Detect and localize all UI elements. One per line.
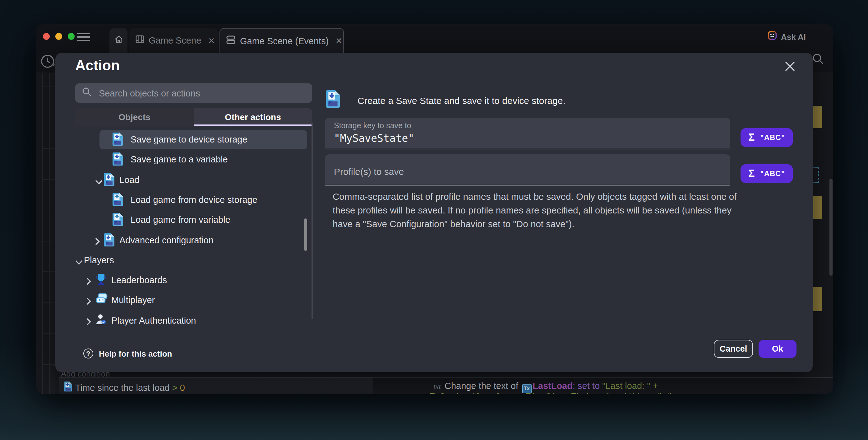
events-scrollbar-thumb[interactable] (830, 179, 833, 276)
action-dialog: Action Objects Other actions Save game t… (55, 53, 813, 372)
event-row-divider (42, 364, 56, 364)
save-icon (326, 90, 340, 110)
event-highlight-block (813, 287, 822, 311)
history-icon[interactable] (40, 54, 55, 71)
tree-item-player-authentication[interactable]: Player Authentication (75, 311, 312, 330)
save-icon (64, 381, 72, 393)
event-highlight-block (813, 196, 822, 219)
abc-label: "ABC" (760, 133, 785, 142)
traffic-light-zoom[interactable] (68, 33, 74, 40)
ok-button[interactable]: Ok (758, 340, 797, 358)
tree-item-load-game-from-device-storage[interactable]: Load game from device storage (75, 190, 312, 210)
ask-ai-label: Ask AI (781, 32, 806, 41)
event-row-divider (42, 117, 56, 118)
tree-item-load-game-from-variable[interactable]: Load game from variable (75, 210, 312, 230)
chevron-right-icon[interactable] (95, 236, 100, 247)
event-row-divider (42, 179, 56, 180)
event-row-divider (42, 240, 56, 241)
event-row-divider (42, 333, 56, 333)
tab-other-actions-label: Other actions (225, 112, 281, 122)
chevron-right-icon[interactable] (86, 317, 91, 328)
events-icon (226, 35, 236, 47)
field-value: "MySaveState" (334, 130, 730, 144)
action-text-line2: ToString(SaveState.TimeSinceTheLastLoad(… (430, 391, 672, 394)
action-description: Create a Save State and save it to devic… (358, 90, 565, 106)
help-label: Help for this action (99, 349, 172, 358)
expression-builder-button[interactable]: Σ "ABC" (741, 164, 793, 183)
selector-tabs: Objects Other actions (75, 108, 312, 126)
search-icon (82, 87, 91, 99)
list-scrollbar-track[interactable] (311, 123, 312, 319)
save-icon (104, 233, 115, 248)
cancel-button[interactable]: Cancel (714, 340, 753, 358)
search-input[interactable] (98, 87, 305, 99)
tree-item-label: Save game to a variable (131, 155, 228, 165)
help-for-action-link[interactable]: ? Help for this action (83, 349, 172, 358)
field-label: Storage key to save to (334, 118, 730, 130)
menu-icon[interactable] (77, 33, 90, 41)
field-label: Profile(s) to save (334, 154, 730, 177)
event-nesting-line (49, 73, 50, 394)
save-icon (113, 133, 123, 148)
event-row-divider (42, 302, 56, 303)
close-tab-icon[interactable]: ✕ (336, 36, 342, 46)
expression-builder-button[interactable]: Σ "ABC" (741, 128, 793, 147)
traffic-light-minimize[interactable] (55, 33, 62, 40)
abc-label: "ABC" (760, 169, 785, 178)
desktop-background: Game Scene ✕ Game Scene (Events) ✕ Ask A… (0, 0, 868, 440)
sigma-icon: Σ (748, 168, 754, 180)
chevron-right-icon[interactable] (86, 297, 91, 308)
tree-item-multiplayer[interactable]: Multiplayer (75, 291, 312, 310)
text-object-icon: txt (433, 382, 441, 391)
tree-item-load[interactable]: Load (75, 170, 312, 189)
tree-item-label: Multiplayer (111, 295, 155, 305)
tab-label: Game Scene (Events) (240, 36, 329, 46)
search-icon[interactable] (812, 53, 824, 67)
event-row-divider (42, 87, 56, 87)
tree-item-label: Load game from device storage (131, 195, 257, 205)
tree-item-players[interactable]: Players (75, 251, 312, 270)
tab-other-actions[interactable]: Other actions (194, 108, 312, 126)
close-dialog-icon[interactable] (782, 58, 798, 74)
list-scrollbar-thumb[interactable] (304, 218, 307, 251)
question-icon: ? (83, 349, 93, 358)
chevron-down-icon[interactable] (75, 256, 83, 268)
tree-item-leaderboards[interactable]: Leaderboards (75, 271, 312, 290)
tree-item-label: Leaderboards (111, 275, 167, 285)
tab-label: Game Scene (149, 35, 201, 46)
gamepad-icon (96, 293, 107, 306)
tree-item-label: Load game from variable (131, 215, 230, 225)
ask-ai-button[interactable]: Ask AI (768, 31, 806, 42)
close-tab-icon[interactable]: ✕ (208, 36, 215, 45)
chevron-down-icon[interactable] (95, 176, 102, 187)
tree-item-label: Load (119, 175, 140, 184)
tree-item-advanced-configuration[interactable]: Advanced configuration (75, 231, 312, 250)
tree-item-save-game-to-device-storage[interactable]: Save game to device storage (75, 130, 312, 149)
trophy-icon (96, 273, 106, 289)
tab-game-scene[interactable]: Game Scene ✕ (129, 28, 218, 53)
event-action-cell[interactable]: txtChange the text of TxLastLoad: set to… (373, 377, 833, 394)
tab-game-scene-events[interactable]: Game Scene (Events) ✕ (219, 28, 344, 53)
save-icon (104, 173, 115, 188)
event-row-divider (42, 210, 56, 210)
tree-item-save-game-to-a-variable[interactable]: Save game to a variable (75, 150, 312, 170)
dialog-title: Action (75, 57, 120, 74)
search-input-wrapper (75, 83, 312, 103)
film-icon (135, 35, 144, 46)
tree-item-label: Advanced configuration (119, 235, 214, 245)
active-tab-underline (194, 124, 312, 126)
load-icon (113, 193, 123, 208)
event-sheet-gutter (49, 73, 55, 394)
profiles-field[interactable]: Profile(s) to save (325, 154, 730, 185)
event-nesting-line (42, 73, 42, 394)
tree-item-label: Save game to device storage (131, 135, 247, 144)
action-description-row: Create a Save State and save it to devic… (326, 90, 565, 110)
sigma-icon: Σ (748, 131, 754, 144)
traffic-light-close[interactable] (43, 33, 50, 40)
chevron-right-icon[interactable] (86, 276, 91, 288)
tree-item-label: Players (84, 255, 114, 265)
storage-key-field[interactable]: Storage key to save to "MySaveState" (325, 118, 730, 149)
tab-objects[interactable]: Objects (75, 108, 194, 126)
tab-home[interactable] (110, 28, 127, 53)
event-row-divider (42, 271, 56, 272)
